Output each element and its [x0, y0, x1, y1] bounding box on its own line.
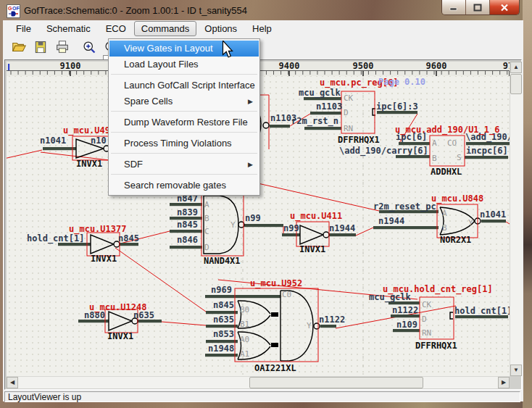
- mouse-cursor-icon: [221, 41, 234, 62]
- gate-connector-nub: [271, 312, 278, 317]
- pin-label: B1: [240, 320, 249, 329]
- menu-item-load-layout-files[interactable]: Load Layout Files: [109, 57, 259, 72]
- menu-item-dump-waveform-restore-file[interactable]: Dump Waveform Restore File: [109, 115, 259, 130]
- vertical-scroll-thumb[interactable]: [510, 74, 522, 94]
- pin-label: Y: [468, 218, 473, 228]
- net-bar: [206, 311, 238, 314]
- net-label: n1944: [329, 223, 355, 233]
- net-bar: [206, 325, 238, 328]
- pin-label: RN: [422, 328, 431, 338]
- net-label: n635: [213, 315, 234, 325]
- menu-options[interactable]: Options: [197, 21, 244, 36]
- net-bar: [282, 233, 300, 236]
- cell-name-label: ADDHXL: [431, 167, 462, 177]
- cell-name-label: INVX1: [107, 331, 133, 341]
- menu-file[interactable]: File: [9, 21, 38, 36]
- menu-commands[interactable]: Commands: [134, 21, 196, 36]
- pin-label: CO: [447, 138, 457, 148]
- net-label: r2m_reset_pc: [373, 201, 436, 212]
- scroll-down-button[interactable]: ▼: [510, 365, 522, 376]
- net-connection-line: [162, 322, 206, 325]
- pin-label: Y: [230, 220, 236, 230]
- net-connection-line: [356, 228, 373, 236]
- menu-help[interactable]: Help: [245, 21, 279, 36]
- submenu-arrow-icon: ▶: [248, 157, 253, 172]
- pin-label: RN: [344, 124, 353, 133]
- app-icon: G OF: [7, 4, 20, 18]
- canvas-frame: 910094009500960097n1041n10hold_cnt[1]n84…: [4, 59, 522, 390]
- status-bar: LayoutViewer is up: [4, 391, 520, 402]
- cell-name-label: DFFRHQX1: [338, 135, 380, 145]
- net-bar: [466, 142, 510, 145]
- ruler-cursor-marker: [8, 64, 9, 70]
- zoom-in-button[interactable]: [80, 38, 99, 57]
- net-label: n99: [245, 213, 261, 223]
- instance-label: u_mcu.U952: [250, 278, 302, 289]
- titlebar[interactable]: G OF GofTrace:Schematic:0 - Zoom 1.00:1 …: [0, 0, 532, 20]
- pin-label: A: [432, 138, 437, 148]
- net-label: n845: [118, 233, 139, 243]
- net-label: \add_190/carry[6]: [339, 146, 428, 157]
- pin-label: CK: [422, 300, 432, 309]
- menu-schematic[interactable]: Schematic: [39, 21, 98, 36]
- net-bar: [310, 112, 341, 115]
- net-bar: [481, 220, 506, 222]
- pin-label: A: [442, 209, 447, 218]
- pin-label: CK: [344, 93, 354, 103]
- cell-name-label: OAI221XL: [254, 363, 296, 373]
- pin-label: B: [432, 154, 437, 163]
- pin-label: S: [457, 153, 462, 162]
- horizontal-scrollbar[interactable]: ◀ ▶: [7, 376, 510, 388]
- gate-connector-nub: [271, 343, 278, 347]
- cell-name-label: INVX1: [91, 254, 117, 264]
- pin-label: D: [344, 108, 349, 117]
- net-label: n1122: [392, 305, 418, 315]
- window-border: [523, 0, 532, 408]
- menu-item-view-gates-in-layout[interactable]: View Gates in Layout: [109, 41, 259, 57]
- inversion-bubble: [263, 122, 269, 128]
- cell-name-label: NAND4X1: [204, 256, 241, 266]
- pin-label: B0: [240, 305, 249, 315]
- menu-item-sdf[interactable]: SDF▶: [109, 157, 259, 172]
- menu-item-search-removable-gates[interactable]: Search removable gates: [109, 178, 259, 193]
- ruler-label: 97: [503, 62, 510, 71]
- open-button[interactable]: [9, 38, 28, 57]
- open-folder-icon: [11, 39, 27, 55]
- menu-item-spare-cells[interactable]: Spare Cells▶: [109, 93, 259, 109]
- instance-label: u_mcu.U411: [290, 211, 342, 222]
- net-label: n1944: [378, 216, 404, 226]
- app-window: G OF GofTrace:Schematic:0 - Zoom 1.00:1 …: [0, 0, 532, 408]
- maximize-button[interactable]: [466, 0, 490, 14]
- save-button[interactable]: [30, 38, 50, 57]
- menu-item-launch-gofcall-script-interface[interactable]: Launch GofCall Script Interface: [109, 78, 259, 93]
- pin-label: Y: [307, 321, 312, 330]
- menu-eco[interactable]: ECO: [99, 21, 133, 36]
- net-label: mcu_gclk: [299, 88, 341, 99]
- net-label: r2m_rst_n: [291, 116, 338, 127]
- scroll-up-button[interactable]: ▲: [510, 62, 522, 73]
- instance-label: u_mcu.add_190/U1_1_6: [395, 125, 500, 136]
- net-label: n1103: [270, 113, 296, 123]
- ruler-label: 9100: [60, 62, 81, 71]
- minimize-button[interactable]: [442, 0, 466, 14]
- scroll-right-button[interactable]: ▶: [498, 377, 510, 388]
- menu-item-process-timing-violations[interactable]: Process Timing Violations: [109, 136, 259, 151]
- net-bar: [320, 325, 336, 328]
- vertical-scrollbar[interactable]: ▲ ▼: [510, 62, 522, 376]
- net-bar: [205, 295, 280, 298]
- close-button[interactable]: [490, 0, 519, 14]
- net-bar: [43, 147, 76, 150]
- pin-label: D: [204, 243, 209, 252]
- pin-label: A0: [240, 335, 249, 344]
- window-title: GofTrace:Schematic:0 - Zoom 1.00:1 - ID …: [24, 5, 247, 16]
- menu-separator: [111, 153, 257, 155]
- pin-label: D: [422, 315, 427, 324]
- net-label: n109: [396, 320, 417, 330]
- print-button[interactable]: [52, 38, 72, 57]
- scroll-left-button[interactable]: ◀: [7, 377, 18, 388]
- horizontal-scroll-thumb[interactable]: [249, 377, 423, 388]
- gate-symbol: [220, 196, 238, 254]
- cell-name-label: INVX1: [76, 159, 102, 169]
- menu-separator: [111, 132, 257, 134]
- net-label: n1041: [40, 136, 66, 146]
